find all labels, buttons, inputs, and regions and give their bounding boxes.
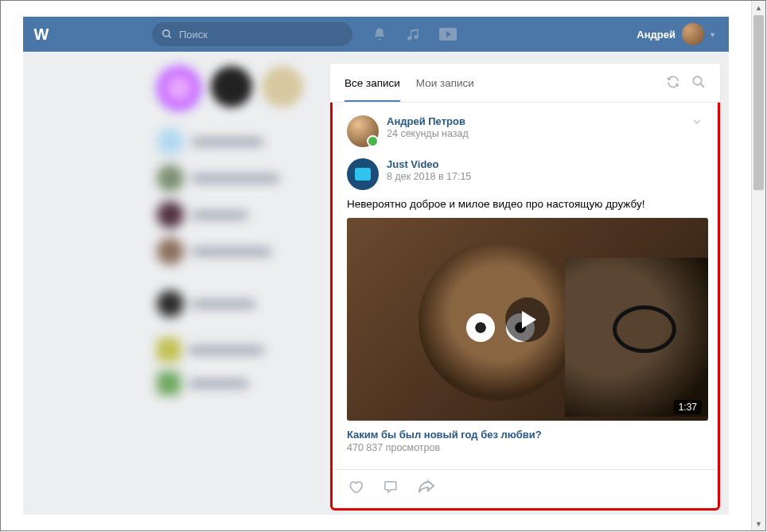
- svg-line-1: [169, 36, 171, 38]
- left-sidebar: [150, 52, 317, 515]
- video-duration: 1:37: [674, 400, 702, 414]
- friends-list-blurred: [150, 123, 317, 400]
- video-thumbnail[interactable]: 1:37: [347, 218, 708, 421]
- share-button[interactable]: [417, 478, 436, 499]
- post-author-avatar[interactable]: [347, 115, 379, 147]
- tab-my-posts[interactable]: Мои записи: [416, 64, 474, 102]
- repost-source-name[interactable]: Just Video: [387, 158, 471, 170]
- post-text: Невероятно доброе и милое видео про наст…: [347, 198, 703, 210]
- comment-button[interactable]: [382, 478, 399, 499]
- video-views: 470 837 просмотров: [347, 442, 703, 453]
- stories-row: [150, 63, 317, 123]
- scroll-thumb[interactable]: [753, 15, 764, 190]
- user-avatar: [682, 23, 704, 45]
- search-input[interactable]: Поиск: [152, 22, 352, 46]
- svg-point-0: [163, 30, 169, 37]
- story-item[interactable]: [211, 66, 252, 107]
- post-actions: [333, 469, 718, 508]
- user-menu[interactable]: Андрей ▾: [637, 23, 714, 45]
- search-icon: [162, 29, 173, 40]
- online-indicator: [367, 135, 379, 147]
- search-placeholder: Поиск: [179, 29, 208, 41]
- video-icon[interactable]: [438, 26, 457, 42]
- notifications-icon[interactable]: [372, 26, 387, 42]
- post-menu-icon[interactable]: [691, 115, 703, 131]
- username-label: Андрей: [637, 29, 676, 41]
- highlighted-post: Андрей Петров 24 секунды назад: [330, 103, 720, 511]
- play-icon: [505, 297, 550, 342]
- video-group-icon: [355, 168, 371, 181]
- music-icon[interactable]: [405, 26, 421, 42]
- feed-card: Все записи Мои записи: [329, 63, 721, 511]
- chevron-down-icon: ▾: [711, 30, 714, 39]
- tab-all-posts[interactable]: Все записи: [345, 64, 400, 102]
- vk-logo[interactable]: W: [23, 17, 58, 52]
- like-button[interactable]: [347, 478, 364, 499]
- scroll-up-icon[interactable]: ▲: [752, 1, 765, 14]
- top-header: W Поиск Андрей ▾: [23, 17, 729, 52]
- scroll-down-icon[interactable]: ▼: [752, 517, 765, 530]
- repost-source-avatar[interactable]: [347, 158, 379, 190]
- refresh-icon[interactable]: [666, 75, 680, 91]
- feed-tabs: Все записи Мои записи: [330, 64, 720, 103]
- scrollbar[interactable]: ▲ ▼: [751, 1, 765, 530]
- post-time: 24 секунды назад: [387, 128, 469, 139]
- search-posts-icon[interactable]: [691, 75, 706, 91]
- repost-source-time: 8 дек 2018 в 17:15: [387, 171, 471, 182]
- story-item[interactable]: [157, 66, 201, 111]
- story-item[interactable]: [262, 66, 303, 107]
- post-author-name[interactable]: Андрей Петров: [387, 115, 469, 127]
- svg-point-3: [693, 76, 702, 85]
- svg-line-4: [700, 83, 704, 87]
- video-title[interactable]: Каким бы был новый год без любви?: [347, 429, 703, 441]
